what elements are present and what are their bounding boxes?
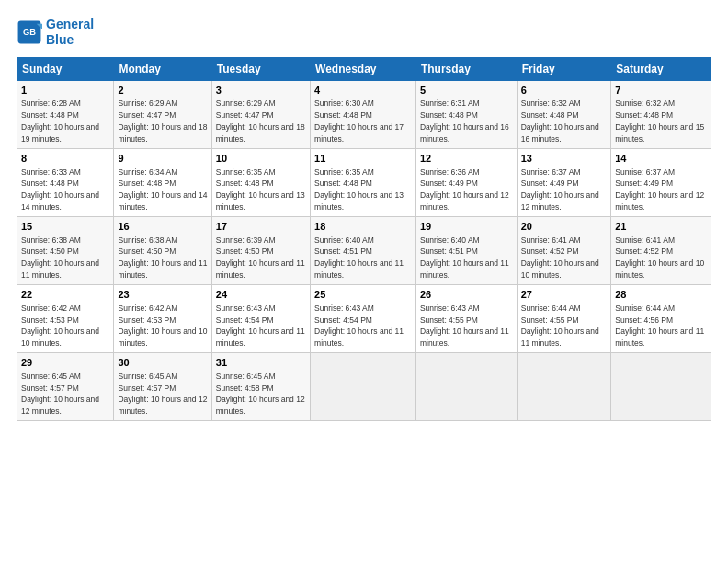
calendar-day-cell: 10Sunrise: 6:35 AMSunset: 4:48 PMDayligh… (211, 148, 310, 216)
day-info: Sunrise: 6:37 AMSunset: 4:49 PMDaylight:… (521, 167, 599, 212)
calendar-day-header: Sunday (17, 57, 114, 80)
day-number: 3 (216, 84, 306, 98)
calendar-day-cell: 22Sunrise: 6:42 AMSunset: 4:53 PMDayligh… (17, 284, 114, 352)
calendar-day-header: Monday (114, 57, 211, 80)
day-number: 31 (216, 356, 306, 370)
calendar-day-cell: 7Sunrise: 6:32 AMSunset: 4:48 PMDaylight… (611, 80, 711, 148)
calendar-day-cell: 14Sunrise: 6:37 AMSunset: 4:49 PMDayligh… (611, 148, 711, 216)
day-number: 20 (521, 220, 608, 234)
calendar-day-header: Friday (517, 57, 611, 80)
day-info: Sunrise: 6:42 AMSunset: 4:53 PMDaylight:… (118, 304, 207, 348)
calendar-day-cell: 3Sunrise: 6:29 AMSunset: 4:47 PMDaylight… (211, 80, 310, 148)
calendar-header-row: SundayMondayTuesdayWednesdayThursdayFrid… (17, 57, 711, 80)
calendar-day-cell: 29Sunrise: 6:45 AMSunset: 4:57 PMDayligh… (17, 352, 114, 420)
day-info: Sunrise: 6:38 AMSunset: 4:50 PMDaylight:… (21, 236, 99, 280)
day-number: 9 (118, 152, 207, 166)
day-info: Sunrise: 6:43 AMSunset: 4:54 PMDaylight:… (216, 304, 305, 348)
day-number: 13 (521, 152, 608, 166)
calendar-day-cell: 27Sunrise: 6:44 AMSunset: 4:55 PMDayligh… (517, 284, 611, 352)
calendar-day-cell: 8Sunrise: 6:33 AMSunset: 4:48 PMDaylight… (17, 148, 114, 216)
calendar-day-cell: 16Sunrise: 6:38 AMSunset: 4:50 PMDayligh… (114, 216, 211, 284)
calendar-day-cell: 28Sunrise: 6:44 AMSunset: 4:56 PMDayligh… (611, 284, 711, 352)
day-number: 5 (420, 84, 513, 98)
calendar-day-cell (311, 352, 416, 420)
calendar-day-cell (611, 352, 711, 420)
day-number: 1 (21, 84, 109, 98)
calendar-day-header: Wednesday (311, 57, 416, 80)
day-info: Sunrise: 6:43 AMSunset: 4:55 PMDaylight:… (420, 304, 509, 348)
day-number: 17 (216, 220, 306, 234)
logo-icon: GB (17, 19, 42, 45)
day-number: 30 (118, 356, 207, 370)
day-info: Sunrise: 6:31 AMSunset: 4:48 PMDaylight:… (420, 98, 509, 143)
calendar-day-header: Thursday (415, 57, 517, 80)
day-info: Sunrise: 6:28 AMSunset: 4:48 PMDaylight:… (21, 98, 99, 143)
calendar-day-cell: 26Sunrise: 6:43 AMSunset: 4:55 PMDayligh… (415, 284, 517, 352)
calendar-day-cell: 12Sunrise: 6:36 AMSunset: 4:49 PMDayligh… (415, 148, 517, 216)
calendar-day-cell (415, 352, 517, 420)
calendar-day-cell: 13Sunrise: 6:37 AMSunset: 4:49 PMDayligh… (517, 148, 611, 216)
day-info: Sunrise: 6:32 AMSunset: 4:48 PMDaylight:… (521, 98, 599, 143)
logo-blue: Blue (46, 32, 74, 47)
day-info: Sunrise: 6:44 AMSunset: 4:55 PMDaylight:… (521, 304, 599, 348)
day-number: 8 (21, 152, 109, 166)
day-number: 4 (314, 84, 412, 98)
day-info: Sunrise: 6:30 AMSunset: 4:48 PMDaylight:… (314, 98, 404, 143)
day-number: 25 (314, 288, 412, 302)
day-info: Sunrise: 6:34 AMSunset: 4:48 PMDaylight:… (118, 167, 207, 212)
day-number: 23 (118, 288, 207, 302)
day-number: 27 (521, 288, 608, 302)
logo: GB General Blue (17, 17, 94, 48)
day-info: Sunrise: 6:36 AMSunset: 4:49 PMDaylight:… (420, 167, 509, 212)
calendar-day-cell: 30Sunrise: 6:45 AMSunset: 4:57 PMDayligh… (114, 352, 211, 420)
calendar-day-cell: 9Sunrise: 6:34 AMSunset: 4:48 PMDaylight… (114, 148, 211, 216)
page-container: GB General Blue SundayMondayTuesdayWedne… (0, 0, 728, 431)
day-info: Sunrise: 6:37 AMSunset: 4:49 PMDaylight:… (615, 167, 704, 212)
calendar-day-cell: 19Sunrise: 6:40 AMSunset: 4:51 PMDayligh… (415, 216, 517, 284)
calendar-week-row: 15Sunrise: 6:38 AMSunset: 4:50 PMDayligh… (17, 216, 711, 284)
logo-general: General (46, 17, 94, 31)
calendar-day-cell: 11Sunrise: 6:35 AMSunset: 4:48 PMDayligh… (311, 148, 416, 216)
day-number: 2 (118, 84, 207, 98)
day-info: Sunrise: 6:40 AMSunset: 4:51 PMDaylight:… (314, 236, 404, 280)
day-info: Sunrise: 6:38 AMSunset: 4:50 PMDaylight:… (118, 236, 207, 280)
calendar-day-cell: 21Sunrise: 6:41 AMSunset: 4:52 PMDayligh… (611, 216, 711, 284)
calendar-day-cell: 1Sunrise: 6:28 AMSunset: 4:48 PMDaylight… (17, 80, 114, 148)
calendar-week-row: 1Sunrise: 6:28 AMSunset: 4:48 PMDaylight… (17, 80, 711, 148)
day-info: Sunrise: 6:41 AMSunset: 4:52 PMDaylight:… (521, 236, 599, 280)
day-number: 28 (615, 288, 707, 302)
day-info: Sunrise: 6:45 AMSunset: 4:57 PMDaylight:… (118, 372, 207, 416)
day-number: 18 (314, 220, 412, 234)
calendar-week-row: 29Sunrise: 6:45 AMSunset: 4:57 PMDayligh… (17, 352, 711, 420)
day-number: 16 (118, 220, 207, 234)
calendar-body: 1Sunrise: 6:28 AMSunset: 4:48 PMDaylight… (17, 80, 711, 420)
day-number: 10 (216, 152, 306, 166)
header: GB General Blue (17, 17, 711, 48)
day-number: 26 (420, 288, 513, 302)
calendar-day-cell: 6Sunrise: 6:32 AMSunset: 4:48 PMDaylight… (517, 80, 611, 148)
day-number: 29 (21, 356, 109, 370)
day-info: Sunrise: 6:29 AMSunset: 4:47 PMDaylight:… (216, 98, 305, 143)
calendar-day-cell: 31Sunrise: 6:45 AMSunset: 4:58 PMDayligh… (211, 352, 310, 420)
day-number: 22 (21, 288, 109, 302)
day-number: 12 (420, 152, 513, 166)
day-number: 11 (314, 152, 412, 166)
day-number: 15 (21, 220, 109, 234)
day-info: Sunrise: 6:39 AMSunset: 4:50 PMDaylight:… (216, 236, 305, 280)
day-info: Sunrise: 6:44 AMSunset: 4:56 PMDaylight:… (615, 304, 704, 348)
day-info: Sunrise: 6:43 AMSunset: 4:54 PMDaylight:… (314, 304, 404, 348)
day-info: Sunrise: 6:40 AMSunset: 4:51 PMDaylight:… (420, 236, 509, 280)
calendar-day-cell: 15Sunrise: 6:38 AMSunset: 4:50 PMDayligh… (17, 216, 114, 284)
day-info: Sunrise: 6:32 AMSunset: 4:48 PMDaylight:… (615, 98, 704, 143)
day-number: 14 (615, 152, 707, 166)
calendar-day-cell: 18Sunrise: 6:40 AMSunset: 4:51 PMDayligh… (311, 216, 416, 284)
calendar-day-cell (517, 352, 611, 420)
day-info: Sunrise: 6:42 AMSunset: 4:53 PMDaylight:… (21, 304, 99, 348)
day-info: Sunrise: 6:45 AMSunset: 4:57 PMDaylight:… (21, 372, 99, 416)
day-number: 7 (615, 84, 707, 98)
day-info: Sunrise: 6:35 AMSunset: 4:48 PMDaylight:… (216, 167, 305, 212)
calendar-day-cell: 23Sunrise: 6:42 AMSunset: 4:53 PMDayligh… (114, 284, 211, 352)
calendar-day-header: Saturday (611, 57, 711, 80)
svg-text:GB: GB (23, 28, 36, 37)
day-number: 6 (521, 84, 608, 98)
